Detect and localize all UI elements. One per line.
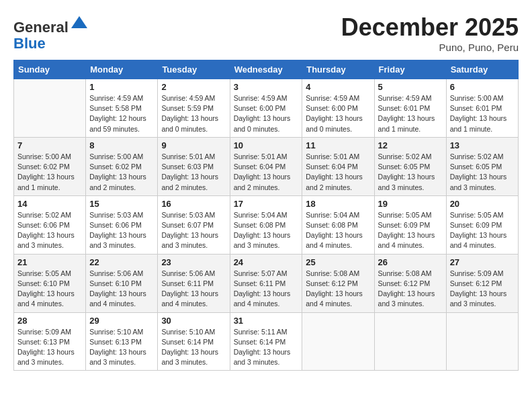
day-number: 13 <box>450 140 515 150</box>
day-number: 9 <box>161 140 226 150</box>
calendar-cell: 27Sunrise: 5:09 AMSunset: 6:12 PMDayligh… <box>446 254 518 312</box>
page-header: General Blue December 2025 Puno, Puno, P… <box>13 13 519 53</box>
calendar-cell: 9Sunrise: 5:01 AMSunset: 6:03 PMDaylight… <box>158 137 230 195</box>
day-number: 3 <box>234 82 299 92</box>
day-number: 17 <box>234 199 299 209</box>
day-number: 29 <box>89 316 154 326</box>
day-info: Sunrise: 5:06 AMSunset: 6:11 PMDaylight:… <box>161 269 226 310</box>
day-info: Sunrise: 5:00 AMSunset: 6:02 PMDaylight:… <box>89 152 154 193</box>
logo-general-text: General <box>13 19 69 36</box>
day-number: 26 <box>378 257 443 267</box>
day-number: 24 <box>234 257 299 267</box>
calendar-cell: 29Sunrise: 5:10 AMSunset: 6:13 PMDayligh… <box>86 312 158 371</box>
calendar-cell: 15Sunrise: 5:03 AMSunset: 6:06 PMDayligh… <box>86 195 158 254</box>
day-number: 7 <box>17 140 82 150</box>
day-number: 6 <box>450 82 515 92</box>
svg-marker-0 <box>71 16 87 28</box>
calendar-cell: 1Sunrise: 4:59 AMSunset: 5:58 PMDaylight… <box>86 79 158 138</box>
day-info: Sunrise: 5:07 AMSunset: 6:11 PMDaylight:… <box>234 269 299 310</box>
day-number: 12 <box>378 140 443 150</box>
day-number: 31 <box>234 316 299 326</box>
day-info: Sunrise: 5:08 AMSunset: 6:12 PMDaylight:… <box>378 269 443 310</box>
weekday-header-friday: Friday <box>374 60 446 79</box>
day-info: Sunrise: 5:01 AMSunset: 6:04 PMDaylight:… <box>234 152 299 193</box>
day-info: Sunrise: 5:09 AMSunset: 6:13 PMDaylight:… <box>17 327 82 368</box>
logo-icon <box>70 13 89 32</box>
day-number: 20 <box>450 199 515 209</box>
calendar-cell: 17Sunrise: 5:04 AMSunset: 6:08 PMDayligh… <box>230 195 302 254</box>
weekday-header-sunday: Sunday <box>14 60 86 79</box>
day-info: Sunrise: 4:59 AMSunset: 6:00 PMDaylight:… <box>234 93 299 134</box>
calendar-cell: 2Sunrise: 4:59 AMSunset: 5:59 PMDaylight… <box>158 79 230 138</box>
day-info: Sunrise: 5:09 AMSunset: 6:12 PMDaylight:… <box>450 269 515 310</box>
day-number: 27 <box>450 257 515 267</box>
day-info: Sunrise: 5:03 AMSunset: 6:07 PMDaylight:… <box>161 210 226 251</box>
calendar-cell: 8Sunrise: 5:00 AMSunset: 6:02 PMDaylight… <box>86 137 158 195</box>
day-info: Sunrise: 5:02 AMSunset: 6:06 PMDaylight:… <box>17 210 82 251</box>
weekday-header-saturday: Saturday <box>446 60 518 79</box>
day-info: Sunrise: 5:10 AMSunset: 6:14 PMDaylight:… <box>161 327 226 368</box>
day-info: Sunrise: 5:05 AMSunset: 6:10 PMDaylight:… <box>17 269 82 310</box>
day-number: 30 <box>161 316 226 326</box>
day-info: Sunrise: 5:00 AMSunset: 6:02 PMDaylight:… <box>17 152 82 193</box>
day-number: 8 <box>89 140 154 150</box>
calendar-cell: 21Sunrise: 5:05 AMSunset: 6:10 PMDayligh… <box>14 254 86 312</box>
calendar-cell: 16Sunrise: 5:03 AMSunset: 6:07 PMDayligh… <box>158 195 230 254</box>
day-info: Sunrise: 4:59 AMSunset: 6:01 PMDaylight:… <box>378 93 443 134</box>
calendar-cell: 18Sunrise: 5:04 AMSunset: 6:08 PMDayligh… <box>302 195 374 254</box>
calendar-cell: 31Sunrise: 5:11 AMSunset: 6:14 PMDayligh… <box>230 312 302 371</box>
calendar-cell: 3Sunrise: 4:59 AMSunset: 6:00 PMDaylight… <box>230 79 302 138</box>
day-info: Sunrise: 5:05 AMSunset: 6:09 PMDaylight:… <box>378 210 443 251</box>
day-info: Sunrise: 5:10 AMSunset: 6:13 PMDaylight:… <box>89 327 154 368</box>
day-number: 21 <box>17 257 82 267</box>
day-number: 28 <box>17 316 82 326</box>
day-info: Sunrise: 5:04 AMSunset: 6:08 PMDaylight:… <box>234 210 299 251</box>
calendar-cell: 11Sunrise: 5:01 AMSunset: 6:04 PMDayligh… <box>302 137 374 195</box>
day-number: 10 <box>234 140 299 150</box>
day-info: Sunrise: 4:59 AMSunset: 5:59 PMDaylight:… <box>161 93 226 134</box>
calendar-cell: 6Sunrise: 5:00 AMSunset: 6:01 PMDaylight… <box>446 79 518 138</box>
calendar-cell: 5Sunrise: 4:59 AMSunset: 6:01 PMDaylight… <box>374 79 446 138</box>
day-number: 5 <box>378 82 443 92</box>
day-info: Sunrise: 5:06 AMSunset: 6:10 PMDaylight:… <box>89 269 154 310</box>
day-info: Sunrise: 5:02 AMSunset: 6:05 PMDaylight:… <box>378 152 443 193</box>
calendar-cell: 20Sunrise: 5:05 AMSunset: 6:09 PMDayligh… <box>446 195 518 254</box>
day-info: Sunrise: 5:01 AMSunset: 6:03 PMDaylight:… <box>161 152 226 193</box>
day-number: 2 <box>161 82 226 92</box>
day-info: Sunrise: 5:03 AMSunset: 6:06 PMDaylight:… <box>89 210 154 251</box>
day-number: 14 <box>17 199 82 209</box>
weekday-header-thursday: Thursday <box>302 60 374 79</box>
calendar-cell: 24Sunrise: 5:07 AMSunset: 6:11 PMDayligh… <box>230 254 302 312</box>
title-area: December 2025 Puno, Puno, Peru <box>341 13 519 53</box>
day-info: Sunrise: 5:11 AMSunset: 6:14 PMDaylight:… <box>234 327 299 368</box>
calendar-cell: 12Sunrise: 5:02 AMSunset: 6:05 PMDayligh… <box>374 137 446 195</box>
day-info: Sunrise: 5:02 AMSunset: 6:05 PMDaylight:… <box>450 152 515 193</box>
day-number: 19 <box>378 199 443 209</box>
day-number: 15 <box>89 199 154 209</box>
day-number: 22 <box>89 257 154 267</box>
day-number: 18 <box>306 199 370 209</box>
day-number: 16 <box>161 199 226 209</box>
calendar-cell: 19Sunrise: 5:05 AMSunset: 6:09 PMDayligh… <box>374 195 446 254</box>
day-info: Sunrise: 5:04 AMSunset: 6:08 PMDaylight:… <box>306 210 370 251</box>
day-info: Sunrise: 5:05 AMSunset: 6:09 PMDaylight:… <box>450 210 515 251</box>
calendar-week-row: 21Sunrise: 5:05 AMSunset: 6:10 PMDayligh… <box>14 254 519 312</box>
day-info: Sunrise: 5:00 AMSunset: 6:01 PMDaylight:… <box>450 93 515 134</box>
calendar-cell: 28Sunrise: 5:09 AMSunset: 6:13 PMDayligh… <box>14 312 86 371</box>
day-number: 25 <box>306 257 370 267</box>
calendar-cell: 30Sunrise: 5:10 AMSunset: 6:14 PMDayligh… <box>158 312 230 371</box>
calendar-cell <box>302 312 374 371</box>
calendar-cell: 13Sunrise: 5:02 AMSunset: 6:05 PMDayligh… <box>446 137 518 195</box>
calendar-cell <box>446 312 518 371</box>
calendar-cell <box>14 79 86 138</box>
calendar-cell <box>374 312 446 371</box>
day-info: Sunrise: 4:59 AMSunset: 5:58 PMDaylight:… <box>89 93 154 134</box>
calendar-cell: 23Sunrise: 5:06 AMSunset: 6:11 PMDayligh… <box>158 254 230 312</box>
calendar-week-row: 1Sunrise: 4:59 AMSunset: 5:58 PMDaylight… <box>14 79 519 138</box>
weekday-header-monday: Monday <box>86 60 158 79</box>
location-title: Puno, Puno, Peru <box>341 42 519 53</box>
day-info: Sunrise: 4:59 AMSunset: 6:00 PMDaylight:… <box>306 93 370 134</box>
day-number: 23 <box>161 257 226 267</box>
weekday-header-wednesday: Wednesday <box>230 60 302 79</box>
calendar-cell: 7Sunrise: 5:00 AMSunset: 6:02 PMDaylight… <box>14 137 86 195</box>
